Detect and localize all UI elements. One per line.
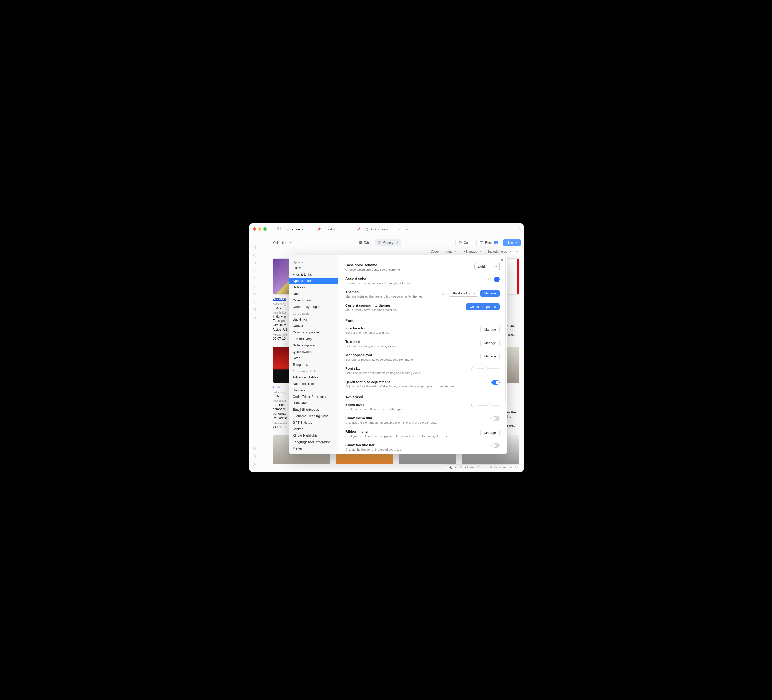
quick-font-toggle[interactable] [491, 380, 500, 384]
setting-font-size: Font sizeFont size in pixels that affect… [345, 364, 500, 378]
char-count[interactable]: 0 characters [491, 466, 507, 469]
setting-title: Accent color [345, 276, 484, 280]
spellcheck-icon[interactable]: ✔ [509, 466, 512, 469]
settings-item[interactable]: Obsidian Cloudinary Uploader [289, 451, 338, 454]
settings-item[interactable]: Advanced Tables [289, 374, 338, 381]
word-count[interactable]: 0 words [477, 466, 487, 469]
accent-color-swatch[interactable] [494, 276, 500, 282]
tab-graph[interactable]: Graph view × [364, 226, 402, 233]
settings-item[interactable]: Code Editor Shortcuts [289, 393, 338, 400]
view-switcher: Table Gallery [355, 239, 401, 246]
reading-mode-icon[interactable]: Aa [515, 466, 518, 469]
view-gallery-button[interactable]: Gallery [375, 239, 401, 246]
gear-icon[interactable] [516, 249, 520, 254]
settings-item[interactable]: GPT-3 Notes [289, 419, 338, 426]
settings-item[interactable]: Canvas [289, 322, 338, 329]
inline-title-toggle[interactable] [491, 416, 500, 421]
folder-icon[interactable] [442, 291, 446, 296]
pin-icon[interactable]: 📌 [357, 227, 361, 231]
clock-icon[interactable] [252, 292, 257, 296]
cover-field-dropdown[interactable]: image [442, 249, 459, 254]
manage-mono-font-button[interactable]: Manage [480, 353, 500, 360]
settings-item-hotkeys[interactable]: Hotkeys [289, 284, 338, 291]
new-button[interactable]: New [503, 239, 521, 246]
settings-item[interactable]: Filename Heading Sync [289, 413, 338, 419]
vault-icon[interactable] [252, 446, 257, 451]
filter-button[interactable]: Filter 1 [476, 239, 501, 246]
manage-interface-font-button[interactable]: Manage [480, 326, 500, 333]
settings-item-about[interactable]: About [289, 291, 338, 297]
zoom-slider[interactable]: .slider[style*="--p:40"]::after{left:40p… [477, 404, 500, 406]
settings-item[interactable]: Note composer [289, 342, 338, 348]
view-table-button[interactable]: Table [355, 239, 375, 246]
svg-rect-6 [517, 227, 520, 229]
close-modal-button[interactable]: ✕ [500, 257, 504, 263]
svg-point-32 [254, 303, 255, 303]
settings-item[interactable]: Kindle Highlights [289, 432, 338, 439]
reset-icon[interactable] [470, 366, 475, 371]
sidebar-toggle-icon[interactable] [277, 226, 281, 231]
grid-icon[interactable] [252, 307, 257, 312]
settings-sidebar: Options Editor Files & Links Appearance … [289, 255, 338, 454]
table-ribbon-icon[interactable] [252, 269, 257, 273]
graph-ribbon-icon[interactable] [252, 300, 257, 304]
color-button[interactable]: Color [455, 239, 474, 246]
table-icon [358, 240, 362, 245]
upload-icon[interactable] [252, 285, 257, 288]
new-tab-button[interactable]: ＋ [404, 226, 410, 233]
manage-themes-button[interactable]: Manage [480, 290, 500, 297]
settings-item[interactable]: Emoji Shortcodes [289, 406, 338, 413]
theme-select[interactable]: Obsidianotion [448, 290, 478, 297]
settings-item-editor[interactable]: Editor [289, 265, 338, 271]
tab-bar: Projects 📌 Tasks 📌 Graph view × ＋ [284, 226, 513, 233]
fill-image-dropdown[interactable]: Fill image [461, 249, 484, 254]
check-updates-button[interactable]: Check for updates [466, 303, 500, 310]
right-sidebar-toggle-icon[interactable] [516, 226, 520, 231]
reset-icon[interactable] [470, 403, 475, 407]
settings-item[interactable]: Dataview [289, 400, 338, 406]
font-size-slider[interactable] [477, 368, 500, 370]
chevron-down-icon[interactable] [510, 226, 514, 231]
settings-item[interactable]: Auto Link Title [289, 381, 338, 387]
copy-icon[interactable] [252, 316, 257, 319]
close-tab-icon[interactable]: × [398, 227, 401, 231]
minimize-window-button[interactable] [258, 227, 262, 231]
setting-desc: Choose Obsidian's default color scheme. [345, 268, 471, 271]
reset-icon[interactable] [487, 277, 492, 282]
settings-item[interactable]: Janitor [289, 426, 338, 432]
settings-item[interactable]: LanguageTool Integration [289, 439, 338, 445]
tab-projects[interactable]: Projects 📌 [284, 226, 323, 233]
settings-item[interactable]: File recovery [289, 335, 338, 342]
settings-item-appearance[interactable]: Appearance [289, 278, 338, 284]
card-icon[interactable] [252, 261, 257, 265]
manage-text-font-button[interactable]: Manage [480, 340, 500, 347]
more-icon[interactable]: ⋮ [297, 240, 301, 245]
files-icon[interactable] [252, 245, 257, 250]
manage-ribbon-button[interactable]: Manage [480, 430, 500, 436]
collection-dropdown[interactable]: Collection [270, 239, 295, 246]
pin-icon[interactable]: 📌 [317, 227, 321, 231]
settings-item[interactable]: Templates [289, 361, 338, 368]
sync-status-icon[interactable]: 🔌 [448, 466, 452, 469]
tab-title-toggle[interactable] [491, 443, 500, 448]
settings-item[interactable]: Sync [289, 355, 338, 361]
settings-item[interactable]: Backlinks [289, 316, 338, 322]
settings-item-coreplugins[interactable]: Core plugins [289, 297, 338, 303]
help-icon[interactable] [252, 454, 257, 458]
settings-item[interactable]: Matter [289, 445, 338, 451]
settings-item[interactable]: Command palette [289, 329, 338, 335]
backlinks-count[interactable]: 0 backlinks [460, 466, 475, 469]
include-fields-dropdown[interactable]: Include fields [486, 249, 513, 254]
search-icon[interactable] [252, 254, 257, 257]
tag-icon[interactable] [252, 238, 257, 242]
settings-item[interactable]: Quick switcher [289, 348, 338, 355]
settings-item-files[interactable]: Files & Links [289, 271, 338, 278]
trash-icon[interactable] [252, 276, 257, 281]
maximize-window-button[interactable] [263, 227, 267, 231]
settings-icon[interactable] [252, 461, 257, 465]
close-window-button[interactable] [253, 227, 256, 231]
settings-item[interactable]: Banners [289, 387, 338, 393]
settings-item-communityplugins[interactable]: Community plugins [289, 303, 338, 310]
base-color-select[interactable]: Light [475, 263, 500, 270]
tab-tasks[interactable]: Tasks 📌 [324, 226, 363, 233]
